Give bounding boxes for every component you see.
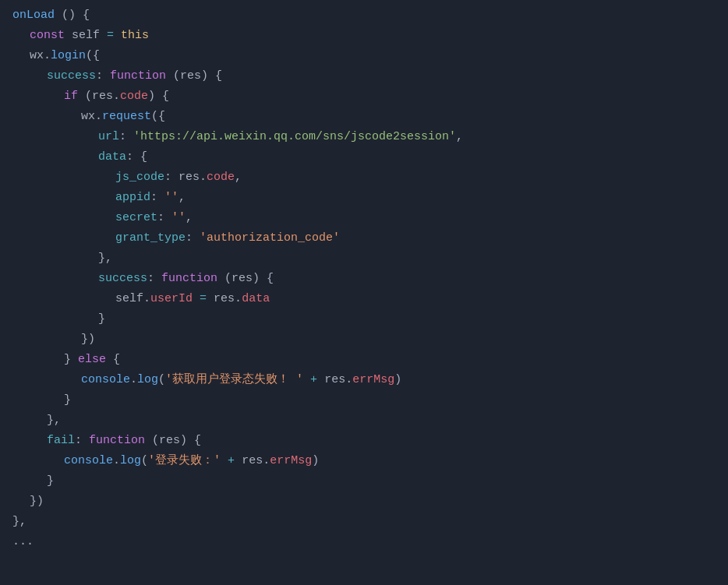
code-token: res [159, 432, 180, 450]
code-editor: onLoad () {const self = thiswx.login({su… [0, 0, 728, 559]
code-token: : [150, 189, 164, 207]
code-line: console.log('获取用户登录态失败！ ' + res.errMsg) [0, 371, 728, 391]
code-token: : { [126, 148, 147, 167]
code-line: }) [0, 330, 728, 351]
code-token [235, 452, 242, 470]
code-token: '' [164, 189, 178, 207]
code-line: url: 'https://api.weixin.qq.com/sns/jsco… [0, 128, 728, 148]
code-token: ( [217, 270, 231, 288]
code-line: }, [0, 249, 728, 270]
code-token: login [51, 47, 86, 65]
code-line: console.log('登录失败：' + res.errMsg) [0, 452, 728, 472]
code-line: wx.request({ [0, 107, 728, 128]
code-token [207, 290, 214, 308]
code-token: success [47, 67, 96, 86]
code-line: onLoad () { [0, 6, 728, 26]
code-token: } [64, 351, 78, 369]
code-line: secret: '', [0, 209, 728, 229]
code-token: console [64, 452, 113, 470]
code-token: wx [30, 47, 44, 65]
code-token: 'authorization_code' [200, 229, 340, 248]
code-token: : [119, 128, 133, 146]
code-token: data [242, 290, 270, 308]
code-token: { [106, 351, 120, 369]
code-token: ( [158, 371, 165, 389]
code-token: ) { [180, 432, 201, 450]
code-token: self [72, 26, 100, 45]
code-token: }, [98, 249, 112, 268]
code-line: }, [0, 513, 728, 533]
code-token [100, 26, 107, 45]
code-token [303, 371, 310, 389]
code-token: res [324, 371, 345, 389]
code-token: ) [394, 371, 401, 389]
code-token: '登录失败：' [148, 452, 221, 470]
code-token: . [44, 47, 51, 65]
code-token: ({ [86, 47, 100, 65]
code-line: self.userId = res.data [0, 290, 728, 310]
code-token: : [75, 432, 89, 450]
code-token: wx [81, 107, 95, 126]
code-token: . [345, 371, 352, 389]
code-token: 'https://api.weixin.qq.com/sns/jscode2se… [133, 128, 456, 146]
code-token: request [102, 107, 151, 126]
code-token: this [121, 26, 149, 45]
code-token: ( [78, 87, 92, 106]
code-token: } [64, 391, 71, 410]
code-token: ( [141, 452, 148, 470]
code-token: res [231, 270, 253, 288]
code-token: grant_type [115, 229, 186, 248]
code-token: }, [12, 513, 27, 531]
code-token: : [157, 209, 171, 227]
code-token: '' [171, 209, 186, 227]
code-token: code [207, 168, 235, 187]
code-token: , [178, 189, 186, 207]
code-token: res [180, 67, 201, 86]
code-token: + [310, 371, 317, 389]
code-token: log [137, 371, 158, 389]
code-token: } [98, 310, 105, 329]
code-line: appid: '', [0, 189, 728, 209]
code-token: appid [115, 189, 150, 207]
code-token: success [98, 270, 147, 288]
code-token: . [263, 452, 270, 470]
code-token: onLoad [12, 6, 55, 25]
code-line: if (res.code) { [0, 87, 728, 107]
code-token: fail [47, 432, 75, 450]
code-token [193, 290, 200, 308]
code-token [317, 371, 324, 389]
code-token: function [110, 67, 166, 86]
code-line: } [0, 310, 728, 330]
code-token: : [96, 67, 110, 86]
code-token: ({ [151, 107, 165, 126]
code-token: ) { [253, 270, 274, 288]
code-token: else [78, 351, 106, 369]
code-token [221, 452, 228, 470]
code-line: wx.login({ [0, 47, 728, 67]
code-token: res [214, 290, 235, 308]
code-token: , [186, 209, 193, 227]
code-token: errMsg [352, 371, 394, 389]
code-token: url [98, 128, 119, 146]
code-token: if [64, 87, 78, 106]
code-token: : [164, 168, 178, 187]
code-token: ) { [148, 87, 169, 106]
code-token: ( [145, 432, 159, 450]
code-line: const self = this [0, 26, 728, 47]
code-line: } else { [0, 351, 728, 371]
code-token: . [130, 371, 137, 389]
code-token: errMsg [270, 452, 312, 470]
code-token: data [98, 148, 126, 167]
code-token: secret [115, 209, 157, 227]
code-token: ( [166, 67, 180, 86]
code-token: res [242, 452, 263, 470]
code-token: userId [150, 290, 193, 308]
code-line: data: { [0, 148, 728, 168]
code-token: res [178, 168, 200, 187]
code-line: }, [0, 411, 728, 432]
code-token: + [228, 452, 235, 470]
code-token: . [143, 290, 150, 308]
code-token: function [89, 432, 145, 450]
code-token: console [81, 371, 130, 389]
code-token: . [200, 168, 207, 187]
